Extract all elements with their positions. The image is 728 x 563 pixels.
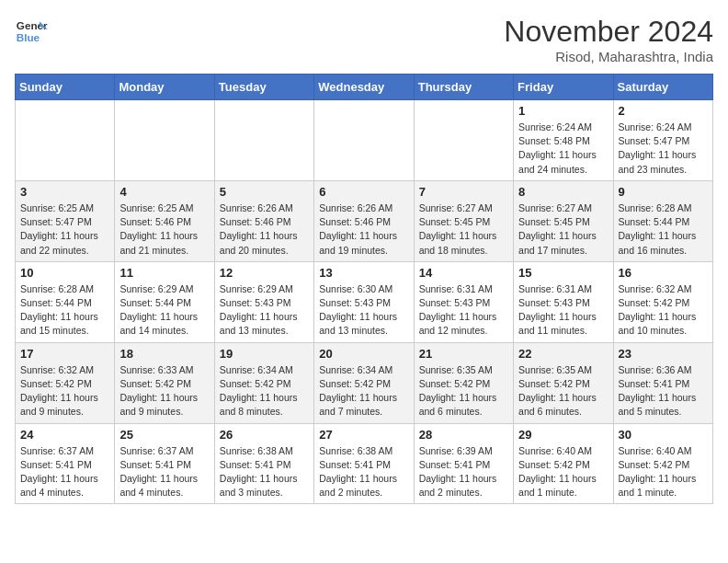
calendar-cell: 20Sunrise: 6:34 AM Sunset: 5:42 PM Dayli… bbox=[314, 342, 414, 423]
calendar-cell: 25Sunrise: 6:37 AM Sunset: 5:41 PM Dayli… bbox=[115, 423, 214, 504]
calendar-cell: 30Sunrise: 6:40 AM Sunset: 5:42 PM Dayli… bbox=[613, 423, 712, 504]
day-number: 7 bbox=[419, 185, 508, 199]
calendar-cell: 28Sunrise: 6:39 AM Sunset: 5:41 PM Dayli… bbox=[414, 423, 513, 504]
day-number: 12 bbox=[220, 266, 309, 280]
calendar-cell: 23Sunrise: 6:36 AM Sunset: 5:41 PM Dayli… bbox=[613, 342, 712, 423]
calendar-cell: 27Sunrise: 6:38 AM Sunset: 5:41 PM Dayli… bbox=[314, 423, 414, 504]
weekday-header: Monday bbox=[115, 75, 214, 100]
calendar-cell bbox=[314, 100, 414, 181]
weekday-header: Tuesday bbox=[214, 75, 313, 100]
page-header: General Blue November 2024 Risod, Mahara… bbox=[15, 15, 713, 64]
day-number: 17 bbox=[20, 347, 109, 361]
day-info: Sunrise: 6:27 AM Sunset: 5:45 PM Dayligh… bbox=[419, 201, 508, 258]
day-info: Sunrise: 6:40 AM Sunset: 5:42 PM Dayligh… bbox=[619, 444, 708, 500]
day-number: 15 bbox=[518, 266, 608, 280]
calendar-week-row: 3Sunrise: 6:25 AM Sunset: 5:47 PM Daylig… bbox=[16, 180, 713, 261]
day-info: Sunrise: 6:35 AM Sunset: 5:42 PM Dayligh… bbox=[419, 363, 508, 419]
day-info: Sunrise: 6:24 AM Sunset: 5:48 PM Dayligh… bbox=[518, 121, 608, 177]
day-info: Sunrise: 6:25 AM Sunset: 5:46 PM Dayligh… bbox=[119, 201, 209, 258]
day-number: 3 bbox=[20, 185, 109, 199]
location: Risod, Maharashtra, India bbox=[504, 49, 713, 64]
calendar-cell: 29Sunrise: 6:40 AM Sunset: 5:42 PM Dayli… bbox=[514, 423, 613, 504]
logo-icon: General Blue bbox=[15, 15, 48, 48]
day-number: 18 bbox=[119, 347, 209, 361]
calendar-cell bbox=[214, 100, 313, 181]
day-info: Sunrise: 6:38 AM Sunset: 5:41 PM Dayligh… bbox=[319, 444, 408, 500]
calendar-week-row: 10Sunrise: 6:28 AM Sunset: 5:44 PM Dayli… bbox=[16, 261, 713, 342]
calendar-cell: 8Sunrise: 6:27 AM Sunset: 5:45 PM Daylig… bbox=[514, 180, 613, 261]
calendar-cell: 11Sunrise: 6:29 AM Sunset: 5:44 PM Dayli… bbox=[115, 261, 214, 342]
day-number: 1 bbox=[518, 104, 608, 118]
day-info: Sunrise: 6:31 AM Sunset: 5:43 PM Dayligh… bbox=[518, 282, 608, 339]
calendar-cell: 5Sunrise: 6:26 AM Sunset: 5:46 PM Daylig… bbox=[214, 180, 313, 261]
logo: General Blue bbox=[15, 15, 48, 48]
calendar-cell: 13Sunrise: 6:30 AM Sunset: 5:43 PM Dayli… bbox=[314, 261, 414, 342]
day-info: Sunrise: 6:35 AM Sunset: 5:42 PM Dayligh… bbox=[518, 363, 608, 419]
day-info: Sunrise: 6:26 AM Sunset: 5:46 PM Dayligh… bbox=[319, 201, 408, 258]
day-number: 29 bbox=[518, 428, 608, 442]
day-info: Sunrise: 6:33 AM Sunset: 5:42 PM Dayligh… bbox=[119, 363, 209, 419]
calendar-cell: 9Sunrise: 6:28 AM Sunset: 5:44 PM Daylig… bbox=[613, 180, 712, 261]
calendar-week-row: 1Sunrise: 6:24 AM Sunset: 5:48 PM Daylig… bbox=[16, 100, 713, 181]
weekday-header: Wednesday bbox=[314, 75, 414, 100]
day-number: 5 bbox=[220, 185, 309, 199]
calendar-cell bbox=[115, 100, 214, 181]
calendar-cell: 4Sunrise: 6:25 AM Sunset: 5:46 PM Daylig… bbox=[115, 180, 214, 261]
weekday-header: Sunday bbox=[16, 75, 115, 100]
day-number: 23 bbox=[619, 347, 708, 361]
day-info: Sunrise: 6:39 AM Sunset: 5:41 PM Dayligh… bbox=[419, 444, 508, 500]
day-number: 24 bbox=[20, 428, 109, 442]
calendar-cell: 1Sunrise: 6:24 AM Sunset: 5:48 PM Daylig… bbox=[514, 100, 613, 181]
day-number: 19 bbox=[220, 347, 309, 361]
day-info: Sunrise: 6:31 AM Sunset: 5:43 PM Dayligh… bbox=[419, 282, 508, 339]
calendar-cell: 19Sunrise: 6:34 AM Sunset: 5:42 PM Dayli… bbox=[214, 342, 313, 423]
day-info: Sunrise: 6:25 AM Sunset: 5:47 PM Dayligh… bbox=[20, 201, 109, 258]
calendar-cell: 15Sunrise: 6:31 AM Sunset: 5:43 PM Dayli… bbox=[514, 261, 613, 342]
day-info: Sunrise: 6:28 AM Sunset: 5:44 PM Dayligh… bbox=[619, 201, 708, 258]
day-number: 4 bbox=[119, 185, 209, 199]
calendar-cell bbox=[16, 100, 115, 181]
day-info: Sunrise: 6:37 AM Sunset: 5:41 PM Dayligh… bbox=[119, 444, 209, 500]
day-number: 11 bbox=[119, 266, 209, 280]
svg-text:Blue: Blue bbox=[17, 31, 40, 43]
day-number: 10 bbox=[20, 266, 109, 280]
day-number: 27 bbox=[319, 428, 408, 442]
calendar-cell: 10Sunrise: 6:28 AM Sunset: 5:44 PM Dayli… bbox=[16, 261, 115, 342]
calendar-table: SundayMondayTuesdayWednesdayThursdayFrid… bbox=[15, 74, 713, 504]
day-number: 9 bbox=[619, 185, 708, 199]
day-number: 13 bbox=[319, 266, 408, 280]
calendar-cell: 6Sunrise: 6:26 AM Sunset: 5:46 PM Daylig… bbox=[314, 180, 414, 261]
day-info: Sunrise: 6:32 AM Sunset: 5:42 PM Dayligh… bbox=[20, 363, 109, 419]
day-info: Sunrise: 6:24 AM Sunset: 5:47 PM Dayligh… bbox=[619, 121, 708, 177]
title-block: November 2024 Risod, Maharashtra, India bbox=[504, 15, 713, 64]
day-number: 30 bbox=[619, 428, 708, 442]
calendar-week-row: 17Sunrise: 6:32 AM Sunset: 5:42 PM Dayli… bbox=[16, 342, 713, 423]
weekday-header: Thursday bbox=[414, 75, 513, 100]
calendar-cell: 3Sunrise: 6:25 AM Sunset: 5:47 PM Daylig… bbox=[16, 180, 115, 261]
day-number: 8 bbox=[518, 185, 608, 199]
weekday-header-row: SundayMondayTuesdayWednesdayThursdayFrid… bbox=[16, 75, 713, 100]
calendar-cell: 24Sunrise: 6:37 AM Sunset: 5:41 PM Dayli… bbox=[16, 423, 115, 504]
day-number: 20 bbox=[319, 347, 408, 361]
day-number: 28 bbox=[419, 428, 508, 442]
day-info: Sunrise: 6:36 AM Sunset: 5:41 PM Dayligh… bbox=[619, 363, 708, 419]
day-info: Sunrise: 6:26 AM Sunset: 5:46 PM Dayligh… bbox=[220, 201, 309, 258]
day-info: Sunrise: 6:27 AM Sunset: 5:45 PM Dayligh… bbox=[518, 201, 608, 258]
calendar-cell: 12Sunrise: 6:29 AM Sunset: 5:43 PM Dayli… bbox=[214, 261, 313, 342]
calendar-cell bbox=[414, 100, 513, 181]
day-info: Sunrise: 6:28 AM Sunset: 5:44 PM Dayligh… bbox=[20, 282, 109, 339]
day-info: Sunrise: 6:29 AM Sunset: 5:44 PM Dayligh… bbox=[119, 282, 209, 339]
calendar-cell: 26Sunrise: 6:38 AM Sunset: 5:41 PM Dayli… bbox=[214, 423, 313, 504]
day-number: 22 bbox=[518, 347, 608, 361]
day-number: 16 bbox=[619, 266, 708, 280]
day-number: 2 bbox=[619, 104, 708, 118]
day-number: 25 bbox=[119, 428, 209, 442]
day-info: Sunrise: 6:34 AM Sunset: 5:42 PM Dayligh… bbox=[319, 363, 408, 419]
day-info: Sunrise: 6:40 AM Sunset: 5:42 PM Dayligh… bbox=[518, 444, 608, 500]
day-number: 14 bbox=[419, 266, 508, 280]
calendar-cell: 16Sunrise: 6:32 AM Sunset: 5:42 PM Dayli… bbox=[613, 261, 712, 342]
calendar-cell: 7Sunrise: 6:27 AM Sunset: 5:45 PM Daylig… bbox=[414, 180, 513, 261]
weekday-header: Saturday bbox=[613, 75, 712, 100]
day-number: 21 bbox=[419, 347, 508, 361]
calendar-week-row: 24Sunrise: 6:37 AM Sunset: 5:41 PM Dayli… bbox=[16, 423, 713, 504]
